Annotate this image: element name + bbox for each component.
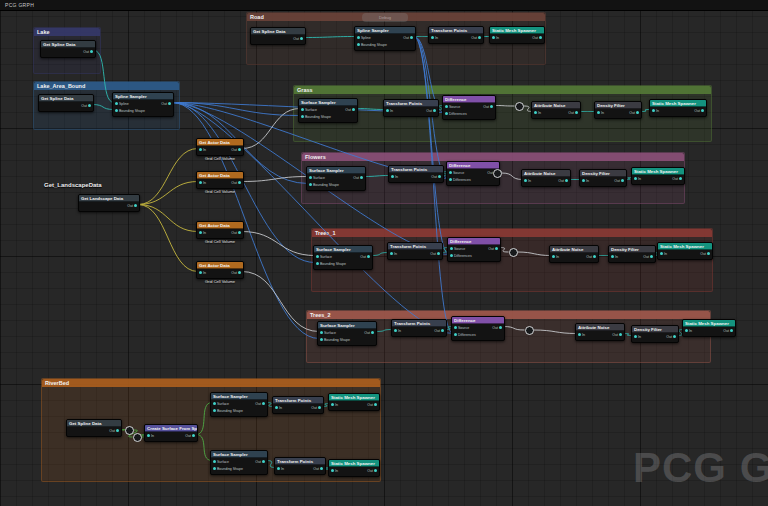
pin-out-out-icon[interactable] bbox=[650, 255, 653, 258]
node-lake_gsd[interactable]: Get Spline DataOut bbox=[40, 40, 96, 58]
reroute-node[interactable] bbox=[125, 426, 134, 435]
pin-out-out-icon[interactable] bbox=[238, 181, 241, 184]
node-road_gsd[interactable]: Get Spline DataOut bbox=[250, 27, 306, 45]
pin-in-in-icon[interactable] bbox=[386, 109, 389, 112]
pin-out-out-icon[interactable] bbox=[374, 469, 377, 472]
pin-out-out-icon[interactable] bbox=[371, 331, 374, 334]
pin-out-out-icon[interactable] bbox=[495, 247, 498, 250]
reroute-node[interactable] bbox=[509, 248, 518, 257]
node-grass_sms[interactable]: Static Mesh SpawnerInOut bbox=[649, 99, 707, 117]
pin-in-in-icon[interactable] bbox=[199, 231, 202, 234]
pin-out-out-icon[interactable] bbox=[437, 252, 440, 255]
reroute-node[interactable] bbox=[515, 102, 524, 111]
pin-in-in-icon[interactable] bbox=[391, 175, 394, 178]
node-vol4[interactable]: Get Actor DataInOut bbox=[196, 261, 244, 279]
pin-out-out-icon[interactable] bbox=[621, 179, 624, 182]
node-grass_ss[interactable]: Surface SamplerSurfaceOutBounding Shape bbox=[298, 98, 358, 123]
node-grass_tp[interactable]: Transform PointsInOut bbox=[383, 99, 439, 117]
pin-out-out-icon[interactable] bbox=[410, 36, 413, 39]
pin-out-out-icon[interactable] bbox=[539, 36, 542, 39]
pin-out-out-icon[interactable] bbox=[238, 231, 241, 234]
node-rb_ss1[interactable]: Surface SamplerSurfaceOutBounding Shape bbox=[210, 392, 268, 417]
pin-out-out-icon[interactable] bbox=[168, 102, 171, 105]
pin-in-differences-icon[interactable] bbox=[450, 254, 453, 257]
pin-in-differences-icon[interactable] bbox=[445, 112, 448, 115]
pin-out-out-icon[interactable] bbox=[707, 252, 710, 255]
pin-in-surface-icon[interactable] bbox=[316, 255, 319, 258]
pin-out-out-icon[interactable] bbox=[433, 109, 436, 112]
pin-in-bounding-shape-icon[interactable] bbox=[316, 262, 319, 265]
pin-out-out-icon[interactable] bbox=[374, 403, 377, 406]
pin-in-in-icon[interactable] bbox=[390, 252, 393, 255]
pin-in-in-icon[interactable] bbox=[394, 329, 397, 332]
node-flowers_filter[interactable]: Density FilterInOut bbox=[579, 169, 627, 187]
node-rb_create[interactable]: Create Surface From SplineInOut bbox=[144, 424, 198, 442]
pin-in-in-icon[interactable] bbox=[331, 403, 334, 406]
pin-out-out-icon[interactable] bbox=[367, 255, 370, 258]
pin-in-in-icon[interactable] bbox=[275, 406, 278, 409]
pin-out-out-icon[interactable] bbox=[593, 255, 596, 258]
node-rb_tp1[interactable]: Transform PointsInOut bbox=[272, 396, 324, 414]
pin-out-out-icon[interactable] bbox=[300, 37, 303, 40]
pin-in-source-icon[interactable] bbox=[454, 326, 457, 329]
pin-out-out-icon[interactable] bbox=[360, 176, 363, 179]
pin-in-source-icon[interactable] bbox=[450, 247, 453, 250]
pin-in-bounding-shape-icon[interactable] bbox=[301, 115, 304, 118]
pin-out-out-icon[interactable] bbox=[679, 177, 682, 180]
pin-out-out-icon[interactable] bbox=[238, 148, 241, 151]
node-rb_ss2[interactable]: Surface SamplerSurfaceOutBounding Shape bbox=[210, 450, 268, 475]
pin-out-out-icon[interactable] bbox=[352, 108, 355, 111]
node-flowers_noise[interactable]: Attribute NoiseInOut bbox=[521, 169, 571, 187]
pin-in-in-icon[interactable] bbox=[147, 434, 150, 437]
pin-in-in-icon[interactable] bbox=[199, 181, 202, 184]
node-t1_noise[interactable]: Attribute NoiseInOut bbox=[549, 245, 599, 263]
node-t1_filter[interactable]: Density FilterInOut bbox=[608, 245, 656, 263]
node-t2_diff[interactable]: DifferenceSourceOutDifferences bbox=[451, 316, 505, 341]
pin-in-surface-icon[interactable] bbox=[301, 108, 304, 111]
pin-in-in-icon[interactable] bbox=[277, 467, 280, 470]
pin-in-in-icon[interactable] bbox=[199, 271, 202, 274]
node-lab_ss[interactable]: Spline SamplerSplineOutBounding Shape bbox=[112, 92, 174, 117]
pin-in-source-icon[interactable] bbox=[445, 105, 448, 108]
pin-in-in-icon[interactable] bbox=[524, 179, 527, 182]
graph-canvas[interactable]: LakeRoadLake_Area_BoundGrassFlowersTrees… bbox=[0, 0, 768, 506]
pin-out-out-icon[interactable] bbox=[262, 460, 265, 463]
pin-in-bounding-shape-icon[interactable] bbox=[357, 43, 360, 46]
pin-in-in-icon[interactable] bbox=[534, 111, 537, 114]
node-vol1[interactable]: Get Actor DataInOut bbox=[196, 138, 244, 156]
pin-in-in-icon[interactable] bbox=[660, 252, 663, 255]
reroute-node[interactable] bbox=[133, 433, 142, 442]
pin-in-in-icon[interactable] bbox=[552, 255, 555, 258]
pin-in-in-icon[interactable] bbox=[685, 329, 688, 332]
pin-out-out-icon[interactable] bbox=[673, 335, 676, 338]
pin-out-out-icon[interactable] bbox=[134, 204, 137, 207]
node-flowers_sms[interactable]: Static Mesh SpawnerInOut bbox=[631, 167, 685, 185]
pin-in-bounding-shape-icon[interactable] bbox=[320, 338, 323, 341]
pin-out-out-icon[interactable] bbox=[478, 36, 481, 39]
pin-in-source-icon[interactable] bbox=[449, 171, 452, 174]
pin-out-out-icon[interactable] bbox=[318, 406, 321, 409]
pin-out-out-icon[interactable] bbox=[192, 434, 195, 437]
pin-out-out-icon[interactable] bbox=[438, 175, 441, 178]
node-flowers_ss[interactable]: Surface SamplerSurfaceOutBounding Shape bbox=[306, 166, 366, 191]
pin-out-out-icon[interactable] bbox=[499, 326, 502, 329]
node-lab_gsd[interactable]: Get Spline DataOut bbox=[38, 94, 94, 112]
pin-in-in-icon[interactable] bbox=[331, 469, 334, 472]
node-flowers_tp[interactable]: Transform PointsInOut bbox=[388, 165, 444, 183]
node-road_sms[interactable]: Static Mesh SpawnerInOut bbox=[489, 26, 545, 44]
node-grass_noise[interactable]: Attribute NoiseInOut bbox=[531, 101, 581, 119]
node-grass_diff[interactable]: DifferenceSourceOutDifferences bbox=[442, 95, 496, 120]
node-t1_ss[interactable]: Surface SamplerSurfaceOutBounding Shape bbox=[313, 245, 373, 270]
node-road_ss[interactable]: Spline SamplerSplineOutBounding Shape bbox=[354, 26, 416, 51]
reroute-node[interactable] bbox=[493, 169, 502, 178]
pin-in-bounding-shape-icon[interactable] bbox=[115, 109, 118, 112]
node-t1_diff[interactable]: DifferenceSourceOutDifferences bbox=[447, 237, 501, 262]
pin-out-out-icon[interactable] bbox=[636, 111, 639, 114]
node-rb_tp2[interactable]: Transform PointsInOut bbox=[274, 457, 326, 475]
node-road_tp[interactable]: Transform PointsInOut bbox=[428, 26, 484, 44]
node-rb_sms1[interactable]: Static Mesh SpawnerInOut bbox=[328, 393, 380, 411]
node-t2_noise[interactable]: Attribute NoiseInOut bbox=[575, 323, 625, 341]
pin-out-out-icon[interactable] bbox=[238, 271, 241, 274]
pin-in-in-icon[interactable] bbox=[611, 255, 614, 258]
pin-in-surface-icon[interactable] bbox=[309, 176, 312, 179]
